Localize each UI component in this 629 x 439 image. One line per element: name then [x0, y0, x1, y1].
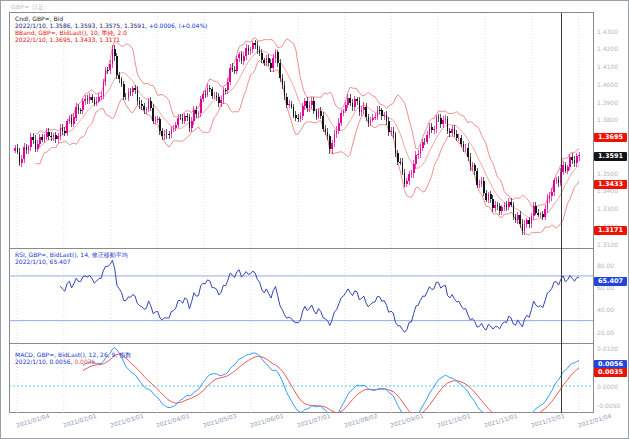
axis-label: 1.3500 [597, 170, 618, 177]
axis-label: 1.3100 [597, 241, 618, 248]
bband-lower-marker[interactable]: 1.3171 [594, 226, 627, 235]
panel-divider-macd[interactable] [9, 343, 594, 344]
macd-legend-title: MACD, GBP=, BidLast(), 12, 26, 9, 指数 [15, 351, 131, 358]
candles [14, 40, 580, 236]
macd-legend: MACD, GBP=, BidLast(), 12, 26, 9, 指数 202… [15, 351, 131, 365]
rsi-value-marker[interactable]: 65.407 [594, 277, 627, 286]
axis-label: 1.4000 [597, 81, 618, 88]
date-axis-label: 2021/06/01 [249, 412, 284, 429]
date-axis-label: 2022/01/04 [577, 412, 612, 429]
rsi-legend-title: RSI, GBP=, BidLast(), 14, 修正移動平均 [15, 251, 128, 258]
chart-tab-label[interactable]: GBP= 日足: [11, 3, 47, 12]
macd-signal-marker[interactable]: 0.0035 [594, 368, 627, 377]
axis-label: 1.4300 [597, 28, 618, 35]
axis-label: 0.0000 [597, 383, 618, 390]
crosshair-vline[interactable] [561, 13, 562, 413]
chart-window: GBP= 日足: Cndl, GBP=, Bid 2022/1/10, 1.35… [0, 0, 629, 439]
price-legend-change: +0.0006, (+0.04%) [147, 22, 208, 29]
date-axis-label: 2021/12/01 [530, 412, 565, 429]
macd-legend-macd-value: 2022/1/10, 0.0056, [15, 358, 72, 365]
axis-label: 40.00 [597, 306, 614, 313]
price-chart-canvas[interactable] [9, 13, 593, 248]
bband-mid-marker[interactable]: 1.3433 [594, 180, 627, 189]
price-legend-ohlc-values: 2022/1/10, 1.3586, 1.3593, 1.3575, 1.359… [15, 22, 147, 29]
axis-label: 1.4100 [597, 63, 618, 70]
date-axis-label: 2021/04/01 [155, 412, 190, 429]
date-axis-label: 2021/01/04 [15, 412, 50, 429]
date-axis-label: 2021/07/01 [296, 412, 331, 429]
axis-label: 0.0100 [597, 345, 618, 352]
date-axis-label: 2021/11/01 [483, 412, 518, 429]
axis-label: 1.3800 [597, 116, 618, 123]
axis-label: 20.00 [597, 329, 614, 336]
macd-legend-signal-value: 0.0035 [72, 358, 95, 365]
macd-legend-values: 2022/1/10, 0.0056, 0.0035 [15, 358, 131, 365]
price-legend-title: Cndl, GBP=, Bid [15, 15, 207, 22]
axis-label: -0.0050 [597, 402, 620, 409]
axis-label: 1.3900 [597, 99, 618, 106]
bband-upper-marker[interactable]: 1.3695 [594, 133, 627, 142]
panel-divider-rsi[interactable] [9, 248, 594, 249]
axis-label: 80.00 [597, 262, 614, 269]
current-price-marker[interactable]: 1.3591 [594, 152, 627, 161]
price-legend: Cndl, GBP=, Bid 2022/1/10, 1.3586, 1.359… [15, 15, 207, 43]
axis-label: 1.3300 [597, 205, 618, 212]
rsi-legend-value: 2022/1/10, 65.407 [15, 258, 128, 265]
date-axis-label: 2021/09/01 [389, 412, 424, 429]
price-legend-ohlc: 2022/1/10, 1.3586, 1.3593, 1.3575, 1.359… [15, 22, 207, 29]
date-axis-label: 2021/03/01 [109, 412, 144, 429]
date-axis-label: 2021/02/01 [62, 412, 97, 429]
bband-legend-title: BBand, GBP=, BidLast(), 10, 単純, 2.0 [15, 29, 207, 36]
bband-legend-values: 2022/1/10, 1.3695, 1.3433, 1.3171 [15, 36, 207, 43]
rsi-legend: RSI, GBP=, BidLast(), 14, 修正移動平均 2022/1/… [15, 251, 128, 265]
date-axis-label: 2021/08/02 [343, 412, 378, 429]
date-axis-label: 2021/10/01 [436, 412, 471, 429]
axis-label: 1.4200 [597, 45, 618, 52]
date-axis-label: 2021/05/03 [202, 412, 237, 429]
